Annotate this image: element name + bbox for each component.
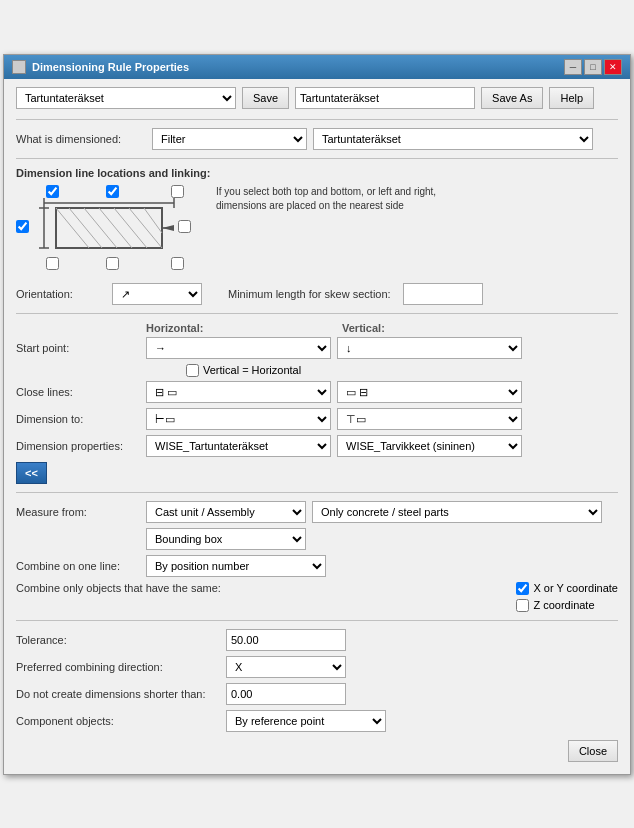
measure-from-filter-dropdown[interactable]: Only concrete / steel parts [312,501,602,523]
bottom-left-checkbox[interactable] [46,257,59,270]
close-lines-row: Close lines: ⊟ ▭ ▭ ⊟ [16,381,618,403]
min-shorter-row: Do not create dimensions shorter than: 0… [16,683,618,705]
vert-horiz-checkbox[interactable] [186,364,199,377]
component-objects-label: Component objects: [16,715,226,727]
app-icon [12,60,26,74]
rule-dropdown[interactable]: Tartuntateräkset [16,87,236,109]
dim-note: If you select both top and bottom, or le… [206,185,466,213]
titlebar: Dimensioning Rule Properties ─ □ ✕ [4,55,630,79]
separator-4 [16,492,618,493]
bottom-mid-checkbox[interactable] [106,257,119,270]
col-headers: Horizontal: Vertical: [146,322,618,334]
close-button[interactable]: Close [568,740,618,762]
dim-props-h-dropdown[interactable]: WISE_Tartuntateräkset [146,435,331,457]
dim-line-label: Dimension line locations and linking: [16,167,618,179]
save-as-button[interactable]: Save As [481,87,543,109]
combine-checkboxes: X or Y coordinate Z coordinate [516,582,618,612]
bounding-box-dropdown[interactable]: Bounding box [146,528,306,550]
svg-line-10 [99,208,132,248]
dimension-props-label: Dimension properties: [16,440,146,452]
close-lines-v-dropdown[interactable]: ▭ ⊟ [337,381,522,403]
dimension-to-label: Dimension to: [16,413,146,425]
close-lines-controls: ⊟ ▭ ▭ ⊟ [146,381,618,403]
xy-coord-checkbox[interactable] [516,582,529,595]
horizontal-header: Horizontal: [146,322,336,334]
filter-dropdown[interactable]: Filter [152,128,307,150]
start-point-row: Start point: → ↓ [16,337,618,359]
dimension-to-row: Dimension to: ⊢▭ ⊤▭ [16,408,618,430]
combine-only-section: Combine only objects that have the same:… [16,582,618,612]
min-shorter-input[interactable]: 0.00 [226,683,346,705]
vertical-header: Vertical: [342,322,385,334]
combine-only-label: Combine only objects that have the same: [16,582,516,594]
close-lines-h-dropdown[interactable]: ⊟ ▭ [146,381,331,403]
arrow-button[interactable]: << [16,462,47,484]
component-objects-dropdown[interactable]: By reference point [226,710,386,732]
measure-from-dropdown[interactable]: Cast unit / Assembly [146,501,306,523]
svg-line-9 [84,208,117,248]
dim-line-section: Dimension line locations and linking: [16,167,618,275]
dimension-props-controls: WISE_Tartuntateräkset WISE_Tarvikkeet (s… [146,435,618,457]
orientation-label: Orientation: [16,288,106,300]
dim-props-v-dropdown[interactable]: WISE_Tarvikkeet (sininen) [337,435,522,457]
save-button[interactable]: Save [242,87,289,109]
dimension-to-h-dropdown[interactable]: ⊢▭ [146,408,331,430]
svg-line-7 [56,208,89,248]
maximize-button[interactable]: □ [584,59,602,75]
z-coord-checkbox[interactable] [516,599,529,612]
arrow-btn-row: << [16,462,618,484]
component-objects-row: Component objects: By reference point [16,710,618,732]
orientation-dropdown[interactable]: ↗ [112,283,202,305]
window-title: Dimensioning Rule Properties [32,61,189,73]
what-dimensioned-label: What is dimensioned: [16,133,146,145]
right-checkbox[interactable] [178,220,191,233]
start-point-h-dropdown[interactable]: → [146,337,331,359]
close-btn-row: Close [16,740,618,762]
start-point-v-dropdown[interactable]: ↓ [337,337,522,359]
z-coord-label: Z coordinate [533,599,594,611]
tolerance-input[interactable]: 50.00 [226,629,346,651]
min-length-label: Minimum length for skew section: [228,288,391,300]
z-coord-container: Z coordinate [516,599,618,612]
vert-horiz-label: Vertical = Horizontal [203,364,301,376]
xy-coord-container: X or Y coordinate [516,582,618,595]
dimension-props-row: Dimension properties: WISE_Tartuntateräk… [16,435,618,457]
start-point-label: Start point: [16,342,146,354]
dim-diagram [16,185,196,275]
dimension-to-v-dropdown[interactable]: ⊤▭ [337,408,522,430]
dimension-diagram-svg [34,193,184,263]
vert-horiz-row: Vertical = Horizontal [186,364,618,377]
separator-2 [16,158,618,159]
minimize-button[interactable]: ─ [564,59,582,75]
min-length-input[interactable]: 300.00 [403,283,483,305]
svg-line-11 [114,208,147,248]
titlebar-close-button[interactable]: ✕ [604,59,622,75]
preferred-dir-label: Preferred combining direction: [16,661,226,673]
help-button[interactable]: Help [549,87,594,109]
rule-name-field[interactable]: Tartuntateräkset [295,87,475,109]
combine-label: Combine on one line: [16,560,146,572]
measure-from-controls: Cast unit / Assembly Only concrete / ste… [146,501,618,523]
combine-dropdown[interactable]: By position number [146,555,326,577]
svg-line-8 [69,208,102,248]
preferred-dir-dropdown[interactable]: X [226,656,346,678]
tolerance-row: Tolerance: 50.00 [16,629,618,651]
close-lines-label: Close lines: [16,386,146,398]
filter-value-dropdown[interactable]: Tartuntateräkset [313,128,593,150]
combine-row: Combine on one line: By position number [16,555,618,577]
titlebar-controls: ─ □ ✕ [564,59,622,75]
svg-line-12 [129,208,162,248]
separator-3 [16,313,618,314]
left-checkbox[interactable] [16,220,29,233]
titlebar-left: Dimensioning Rule Properties [12,60,189,74]
separator-5 [16,620,618,621]
tolerance-label: Tolerance: [16,634,226,646]
top-bar: Tartuntateräkset Save Tartuntateräkset S… [16,87,618,109]
xy-coord-label: X or Y coordinate [533,582,618,594]
measure-from-label: Measure from: [16,506,146,518]
main-window: Dimensioning Rule Properties ─ □ ✕ Tartu… [3,54,631,775]
bounding-box-row: Bounding box [146,528,618,550]
diagram-area: If you select both top and bottom, or le… [16,185,618,275]
bottom-right-checkbox[interactable] [171,257,184,270]
min-shorter-label: Do not create dimensions shorter than: [16,688,226,700]
